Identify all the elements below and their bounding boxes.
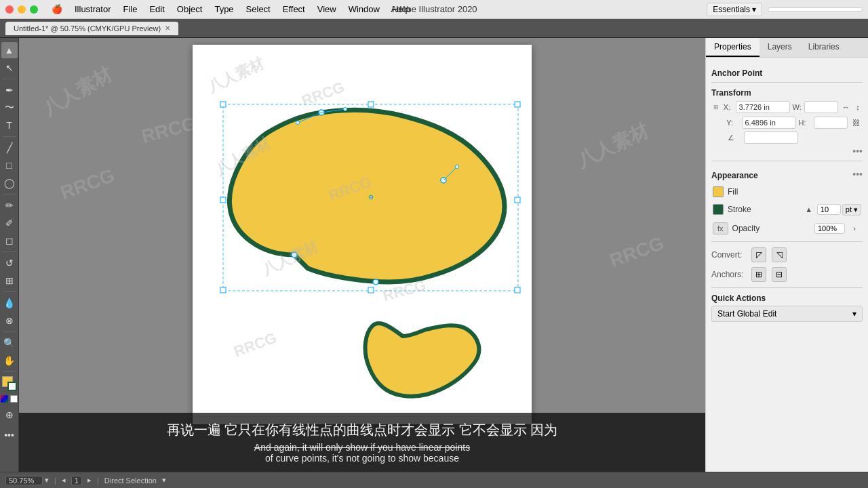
titlebar: 🍎 Illustrator File Edit Object Type Sele… [0, 0, 868, 19]
eyedropper-tool[interactable]: 💧 [1, 295, 18, 311]
pen-tool[interactable]: ✒ [1, 82, 18, 98]
svg-rect-1 [220, 102, 226, 107]
scale-tool[interactable]: ⊞ [1, 272, 18, 289]
hide-handles-btn[interactable]: ⊟ [772, 267, 787, 282]
convert-corner-btn[interactable]: ◸ [751, 247, 766, 262]
zoom-input[interactable] [5, 476, 43, 485]
zoom-tool[interactable]: 🔍 [1, 335, 18, 351]
menu-type[interactable]: Type [209, 3, 239, 16]
line-tool[interactable]: ╱ [1, 140, 18, 156]
next-artboard-btn[interactable]: ▸ [87, 476, 92, 485]
stroke-unit-dropdown[interactable]: pt ▾ [842, 204, 861, 216]
transform-y-row: Y: H: ⛓ [711, 116, 863, 129]
artboard-tool[interactable]: ⊕ [1, 407, 18, 423]
menu-file[interactable]: File [117, 3, 142, 16]
angle-icon: ∠ [728, 134, 741, 142]
apple-menu[interactable]: 🍎 [46, 3, 68, 16]
convert-row: Convert: ◸ ◹ [711, 246, 863, 264]
tool-label: Direct Selection [104, 476, 157, 485]
transform-more-options[interactable]: ••• [852, 146, 863, 157]
constrain-proportions-icon[interactable]: ⛓ [850, 116, 863, 129]
status-separator: | [54, 476, 56, 485]
document-tab[interactable]: Untitled-1* @ 50.75% (CMYK/GPU Preview) … [5, 22, 178, 35]
show-handles-btn[interactable]: ⊞ [751, 267, 766, 282]
canvas-area[interactable]: 八人素材 RRCG 八人素材 RRCG 八人素材 RRCG 八人素材 RRCG … [19, 38, 705, 472]
convert-smooth-btn[interactable]: ◹ [772, 247, 787, 262]
svg-rect-2 [368, 102, 374, 107]
x-input[interactable] [736, 101, 790, 113]
divider-3 [711, 241, 863, 242]
blend-tool[interactable]: ⊗ [1, 312, 18, 329]
rotate-tool[interactable]: ↺ [1, 255, 18, 271]
stroke-row: Stroke ▲ pt ▾ [711, 201, 863, 218]
selection-tool[interactable]: ▲ [1, 42, 18, 58]
toolbar-separator-1 [3, 79, 16, 79]
direct-selection-tool[interactable]: ↖ [1, 60, 18, 76]
fill-color-swatch[interactable] [713, 186, 724, 197]
workspace-switcher[interactable]: Essentials ▾ [707, 3, 762, 16]
menu-edit[interactable]: Edit [144, 3, 170, 16]
close-button[interactable] [5, 5, 14, 14]
paintbrush-tool[interactable]: ✏ [1, 197, 18, 214]
artboard[interactable]: 八人素材 RRCG 八人素材 RRCG 八人素材 RRCG RRCG [193, 45, 532, 424]
traffic-lights [5, 5, 38, 14]
menu-window[interactable]: Window [343, 3, 385, 16]
opacity-label: Opacity [732, 224, 810, 233]
stroke-swatch[interactable] [7, 382, 17, 391]
curvature-tool[interactable]: 〜 [1, 100, 18, 116]
menu-effect[interactable]: Effect [277, 3, 311, 16]
artboard-input[interactable]: 1 [71, 476, 82, 485]
tab-properties[interactable]: Properties [706, 38, 760, 57]
appearance-more-options[interactable]: ••• [852, 169, 863, 180]
flip-horizontal-icon[interactable]: ↔ [841, 100, 850, 114]
search-stock[interactable] [768, 7, 863, 12]
zoom-dropdown-icon[interactable]: ▾ [45, 476, 49, 485]
y-input[interactable] [742, 117, 796, 129]
color-mode-btn[interactable] [1, 395, 8, 403]
none-mode-btn[interactable] [10, 395, 18, 403]
start-global-edit-button[interactable]: Start Global Edit ▾ [711, 306, 863, 322]
type-tool[interactable]: T [1, 117, 18, 134]
h-input[interactable] [814, 117, 848, 129]
menu-view[interactable]: View [312, 3, 342, 16]
pencil-tool[interactable]: ✐ [1, 215, 18, 231]
anchor-buttons: ⊞ ⊟ [751, 266, 787, 283]
appearance-header: Appearance ••• [711, 165, 863, 183]
w-input[interactable] [804, 101, 838, 113]
fx-button[interactable]: fx [713, 222, 728, 235]
subtitle-english-1: And again, it will only show if you have… [33, 442, 692, 453]
ellipse-tool[interactable]: ◯ [1, 175, 18, 191]
eraser-tool[interactable]: ◻ [1, 232, 18, 249]
stroke-value-input[interactable] [817, 204, 841, 215]
svg-point-18 [344, 108, 347, 111]
menu-select[interactable]: Select [241, 3, 276, 16]
tab-layers[interactable]: Layers [760, 38, 800, 57]
hand-tool[interactable]: ✋ [1, 352, 18, 369]
opacity-input[interactable] [814, 223, 845, 234]
svg-rect-8 [515, 287, 520, 293]
minimize-button[interactable] [18, 5, 26, 14]
stroke-color-swatch[interactable] [713, 204, 724, 215]
tab-close-button[interactable]: ✕ [165, 24, 170, 32]
angle-input[interactable] [744, 131, 798, 144]
opacity-expand-icon[interactable]: › [848, 222, 861, 235]
tab-libraries[interactable]: Libraries [800, 38, 848, 57]
transform-link-icon[interactable]: ⊞ [711, 100, 721, 114]
rectangle-tool[interactable]: □ [1, 157, 18, 174]
main-area: ▲ ↖ ✒ 〜 T ╱ □ ◯ ✏ ✐ ◻ ↺ ⊞ 💧 ⊗ 🔍 ✋ ⊕ [0, 38, 868, 472]
anchor-point-title: Anchor Point [711, 68, 863, 78]
flip-vertical-icon[interactable]: ↕ [853, 100, 863, 114]
appearance-title: Appearance [711, 171, 758, 180]
toolbar-separator-4 [3, 251, 16, 252]
watermark-9: RRCG [607, 232, 667, 272]
prev-artboard-btn[interactable]: ◂ [62, 476, 66, 485]
stroke-up-icon[interactable]: ▲ [802, 203, 816, 216]
opacity-row: fx Opacity › [711, 220, 863, 237]
y-label: Y: [726, 119, 738, 127]
menu-illustrator[interactable]: Illustrator [69, 3, 116, 16]
maximize-button[interactable] [30, 5, 38, 14]
quick-actions-title: Quick Actions [711, 293, 863, 303]
menu-object[interactable]: Object [172, 3, 208, 16]
fill-stroke-swatches[interactable] [2, 376, 17, 391]
more-tools[interactable]: ••• [1, 427, 18, 443]
